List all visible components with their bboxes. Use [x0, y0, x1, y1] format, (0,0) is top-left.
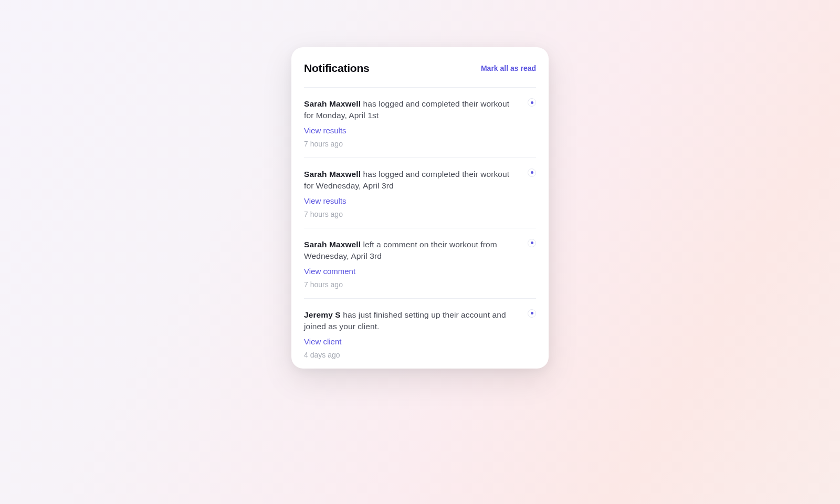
notification-time: 7 hours ago: [304, 280, 536, 289]
notifications-card: Notifications Mark all as read Sarah Max…: [291, 47, 549, 369]
unread-indicator[interactable]: [528, 239, 536, 247]
unread-indicator[interactable]: [528, 309, 536, 318]
view-comment-link[interactable]: View comment: [304, 267, 355, 276]
notification-subject: Sarah Maxwell: [304, 99, 361, 108]
notification-item: Sarah Maxwell has logged and completed t…: [304, 158, 536, 228]
notification-time: 7 hours ago: [304, 140, 536, 148]
notification-item: Jeremy S has just finished setting up th…: [304, 298, 536, 369]
mark-all-as-read-button[interactable]: Mark all as read: [481, 64, 536, 72]
view-client-link[interactable]: View client: [304, 337, 341, 346]
view-results-link[interactable]: View results: [304, 126, 346, 135]
notification-message: Sarah Maxwell has logged and completed t…: [304, 98, 536, 122]
notification-message: Sarah Maxwell left a comment on their wo…: [304, 239, 536, 262]
unread-indicator[interactable]: [528, 169, 536, 177]
notifications-list: Sarah Maxwell has logged and completed t…: [304, 87, 536, 369]
notification-subject: Jeremy S: [304, 310, 341, 319]
page-title: Notifications: [304, 62, 370, 75]
card-header: Notifications Mark all as read: [304, 62, 536, 75]
notification-subject: Sarah Maxwell: [304, 240, 361, 249]
notification-time: 4 days ago: [304, 351, 536, 359]
notification-time: 7 hours ago: [304, 210, 536, 218]
notification-subject: Sarah Maxwell: [304, 170, 361, 178]
notification-item: Sarah Maxwell left a comment on their wo…: [304, 228, 536, 298]
view-results-link[interactable]: View results: [304, 196, 346, 205]
notification-message: Sarah Maxwell has logged and completed t…: [304, 169, 536, 192]
notification-message: Jeremy S has just finished setting up th…: [304, 309, 536, 333]
notification-item: Sarah Maxwell has logged and completed t…: [304, 87, 536, 158]
unread-indicator[interactable]: [528, 98, 536, 107]
